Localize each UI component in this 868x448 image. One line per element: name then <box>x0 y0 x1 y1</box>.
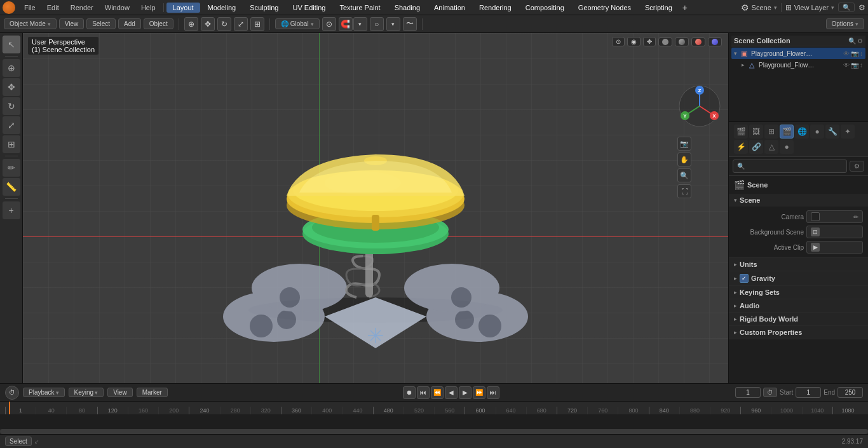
viewport[interactable]: User Perspective (1) Scene Collection ⊙ … <box>23 33 728 383</box>
timeline-mode-btn[interactable]: ⏱ <box>5 386 19 400</box>
snap-toggle[interactable]: 🧲 <box>339 17 353 31</box>
jump-start-btn[interactable]: ⏮ <box>417 386 430 399</box>
proportional-options[interactable]: ▾ <box>386 17 400 31</box>
menu-render[interactable]: Render <box>65 3 98 13</box>
snap-options[interactable]: ▾ <box>353 17 367 31</box>
status-select-btn[interactable]: Select <box>5 437 32 446</box>
select-icon-0[interactable]: ↕ <box>860 50 863 57</box>
timeline-scrollbar[interactable] <box>0 429 868 434</box>
timeline-content[interactable] <box>0 414 868 434</box>
menu-edit[interactable]: Edit <box>42 3 64 13</box>
workspace-animation[interactable]: Animation <box>428 3 471 13</box>
cursor-tool[interactable]: ⊕ <box>184 17 198 31</box>
scene-selector[interactable]: ⚙ Scene ▾ <box>741 3 777 13</box>
workspace-shading[interactable]: Shading <box>388 3 426 13</box>
time-display-btn[interactable]: ⏱ <box>763 388 777 397</box>
render-visibility-icon-0[interactable]: 📷 <box>851 50 858 57</box>
visibility-icon-0[interactable]: 👁 <box>843 50 850 57</box>
start-frame-input[interactable] <box>796 387 821 398</box>
tab-physics[interactable]: ⚡ <box>734 140 748 154</box>
viewport-camera-btn[interactable]: 📷 <box>677 137 691 151</box>
tab-object-data[interactable]: △ <box>764 140 778 154</box>
graph-icon[interactable]: 〜 <box>403 17 417 31</box>
menu-window[interactable]: Window <box>100 3 135 13</box>
camera-value[interactable]: ✏ <box>806 210 863 223</box>
play-btn[interactable]: ▶ <box>459 386 471 399</box>
tab-output[interactable]: 🖼 <box>749 125 763 139</box>
scale-tool-left[interactable]: ⤢ <box>3 116 20 134</box>
properties-filter-btn[interactable]: ⚙ <box>850 161 864 172</box>
object-menu[interactable]: Object <box>144 18 173 29</box>
workspace-scripting[interactable]: Scripting <box>639 3 679 13</box>
keying-sets-section-header[interactable]: ▸ Keying Sets <box>729 286 868 299</box>
transform-tool[interactable]: ⊞ <box>250 17 264 31</box>
workspace-layout[interactable]: Layout <box>166 3 200 13</box>
workspace-sculpting[interactable]: Sculpting <box>243 3 285 13</box>
visibility-icon-1[interactable]: 👁 <box>843 62 850 69</box>
select-icon-1[interactable]: ↕ <box>860 62 863 69</box>
scene-section-header[interactable]: ▾ Scene <box>729 194 868 207</box>
scale-tool[interactable]: ⤢ <box>234 17 248 31</box>
menu-help[interactable]: Help <box>136 3 161 13</box>
end-frame-input[interactable] <box>837 387 863 398</box>
rotate-tool-left[interactable]: ↻ <box>3 97 20 115</box>
properties-search-input[interactable] <box>746 161 843 171</box>
tab-view-layer[interactable]: ⊞ <box>764 125 778 139</box>
search-field[interactable]: 🔍 <box>838 3 855 12</box>
background-scene-value[interactable]: ⊡ <box>806 226 863 238</box>
play-reverse-btn[interactable]: ◀ <box>445 386 458 399</box>
workspace-texture-paint[interactable]: Texture Paint <box>333 3 386 13</box>
timeline-scroll-thumb[interactable] <box>0 429 868 434</box>
outliner-item-1[interactable]: ▸ △ Playground_Flower_Sprir 👁 📷 ↕ <box>731 59 865 71</box>
marker-btn[interactable]: Marker <box>137 388 168 397</box>
move-tool-left[interactable]: ✥ <box>3 78 20 96</box>
menu-file[interactable]: File <box>19 3 41 13</box>
viewport-zoom-btn[interactable]: 🔍 <box>677 168 691 182</box>
view-menu[interactable]: View <box>59 18 85 29</box>
tab-particles[interactable]: ✦ <box>841 125 855 139</box>
tab-render[interactable]: 🎬 <box>734 125 748 139</box>
tab-object[interactable]: ● <box>810 125 824 139</box>
pivot-button[interactable]: ⊙ <box>322 17 336 31</box>
current-frame-input[interactable] <box>735 387 761 398</box>
tab-material[interactable]: ● <box>780 140 794 154</box>
jump-end-btn[interactable]: ⏭ <box>487 386 499 399</box>
playback-btn[interactable]: Playback ▾ <box>23 388 65 397</box>
tab-world[interactable]: 🌐 <box>795 125 809 139</box>
measure-tool[interactable]: 📏 <box>3 178 20 196</box>
step-forward-btn[interactable]: ⏩ <box>473 386 485 399</box>
units-section-header[interactable]: ▸ Units <box>729 258 868 271</box>
transform-tool-left[interactable]: ⊞ <box>3 135 20 153</box>
rigid-body-world-section-header[interactable]: ▸ Rigid Body World <box>729 313 868 325</box>
tab-scene[interactable]: 🎬 <box>780 125 794 139</box>
tab-modifier[interactable]: 🔧 <box>825 125 839 139</box>
camera-edit-icon[interactable]: ✏ <box>853 214 858 221</box>
add-tool[interactable]: + <box>3 201 20 219</box>
timeline-view-btn[interactable]: View <box>107 388 133 397</box>
render-visibility-icon-1[interactable]: 📷 <box>851 62 858 69</box>
properties-search-input-container[interactable]: 🔍 <box>733 160 847 173</box>
viewport-fullscreen-btn[interactable]: ⛶ <box>677 184 691 198</box>
transform-space[interactable]: 🌐 Global ▾ <box>275 18 320 29</box>
rotate-tool[interactable]: ↻ <box>217 17 231 31</box>
outliner-item-0[interactable]: ▾ ▣ Playground_Flower_Springer... 👁 📷 ↕ <box>731 48 865 59</box>
filter-button[interactable]: ⚙ <box>858 3 865 12</box>
add-workspace-button[interactable]: + <box>680 3 690 13</box>
options-button[interactable]: Options ▾ <box>826 18 864 29</box>
tab-constraints[interactable]: 🔗 <box>749 140 763 154</box>
view-layer-selector[interactable]: ⊞ View Layer ▾ <box>785 3 834 12</box>
gravity-section-header[interactable]: ▸ Gravity <box>729 271 868 285</box>
mode-selector[interactable]: Object Mode ▾ <box>4 18 57 29</box>
audio-section-header[interactable]: ▸ Audio <box>729 299 868 312</box>
add-menu[interactable]: Add <box>118 18 141 29</box>
proportional-edit[interactable]: ○ <box>370 17 384 31</box>
viewport-hand-btn[interactable]: ✋ <box>677 153 691 166</box>
workspace-rendering[interactable]: Rendering <box>473 3 518 13</box>
select-menu[interactable]: Select <box>86 18 116 29</box>
cursor-tool-left[interactable]: ⊕ <box>3 59 20 77</box>
workspace-compositing[interactable]: Compositing <box>519 3 571 13</box>
axes-gizmo[interactable]: Z X Y <box>677 84 722 128</box>
keying-btn[interactable]: Keying ▾ <box>69 388 104 397</box>
record-btn[interactable]: ⏺ <box>403 386 416 399</box>
select-tool[interactable]: ↖ <box>3 36 20 53</box>
